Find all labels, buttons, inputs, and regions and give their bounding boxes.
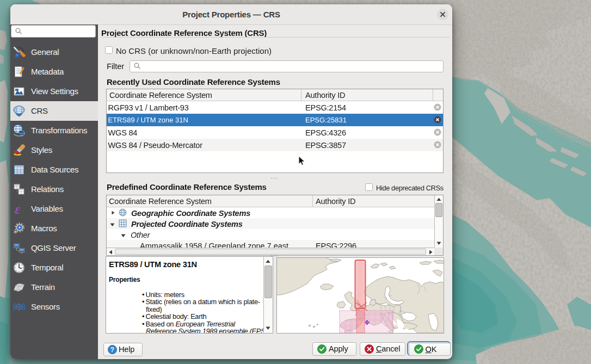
svg-text:?: ? — [110, 346, 114, 354]
svg-text:ε: ε — [15, 202, 21, 215]
